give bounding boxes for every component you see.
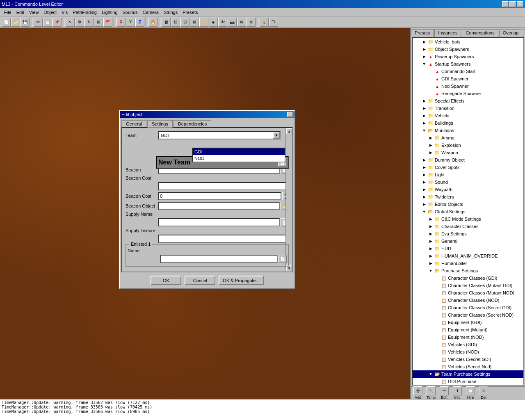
tree-node-general[interactable]: ▶ 📁 General (413, 237, 523, 245)
dialog-ok-button[interactable]: OK (151, 276, 181, 285)
tb-misc2[interactable]: ⊗ (247, 18, 256, 27)
tree-node-veh-nod[interactable]: 📋 Vehicles (NOD) (413, 348, 523, 356)
tree-node-nod-spawner[interactable]: ▲ Nod Spawner (413, 82, 523, 90)
tree-node-equip-mutant[interactable]: 📋 Equipment (Mutant) (413, 326, 523, 333)
tb-misc3[interactable]: Tt (269, 18, 278, 27)
menu-object[interactable]: Object (41, 9, 59, 15)
dialog-tab-dependencies[interactable]: Dependencies (173, 120, 211, 128)
expander-dummy[interactable]: ▶ (421, 157, 427, 163)
team-dropdown-arrow[interactable]: ▼ (273, 132, 280, 139)
tree-node-eva-settings[interactable]: ▶ 📁 Eva Settings (413, 230, 523, 237)
expander-general[interactable]: ▶ (427, 238, 434, 244)
supply-name-input[interactable] (158, 218, 280, 226)
expander-waypath[interactable]: ▶ (421, 186, 427, 193)
dropdown-option-nod[interactable]: NOD (193, 155, 285, 162)
close-button[interactable]: × (517, 1, 523, 7)
tb-x[interactable]: X (116, 18, 126, 27)
tab-instances[interactable]: Instances (434, 29, 461, 37)
tree-panel[interactable]: ▶ 📁 Vehicle_bots ▶ 📁 Object Spawners ▶ ▲… (412, 37, 524, 386)
supply-texture-input[interactable] (158, 235, 289, 243)
team-select-display[interactable]: GDI ▼ (158, 131, 281, 139)
tree-node-veh-secret-nod[interactable]: 📋 Vehicles (Secret Nod) (413, 363, 523, 370)
tree-node-purchase-settings[interactable]: ▼ 📂 Purchase Settings (413, 267, 523, 274)
tree-node-transition[interactable]: ▶ 📁 Transition (413, 105, 523, 112)
expander-ammo[interactable]: ▶ (427, 135, 434, 141)
tree-node-waypath[interactable]: ▶ 📁 Waypath (413, 186, 523, 193)
tree-node-cover-spots[interactable]: ▶ 📁 Cover Spots (413, 164, 523, 171)
tb-paste[interactable]: 📌 (52, 18, 62, 27)
expander-char-classes[interactable]: ▶ (427, 223, 434, 230)
hire-btn[interactable]: 📋 (466, 386, 475, 395)
tb-lock[interactable]: 🔒 (260, 18, 269, 27)
expander-weapon[interactable]: ▶ (427, 149, 434, 156)
name-input[interactable] (160, 255, 278, 263)
tree-node-hud[interactable]: ▶ 📁 HUD (413, 245, 523, 252)
expander-human-loiter[interactable]: ▶ (427, 260, 434, 267)
tree-node-gdi-spawner[interactable]: ▲ GDI Spawner (413, 75, 523, 82)
menu-vis[interactable]: Vis (59, 9, 70, 15)
tab-heightfield[interactable]: Heightfield (523, 29, 525, 37)
tree-node-object-spawners[interactable]: ▶ 📁 Object Spawners (413, 46, 523, 53)
minimize-button[interactable]: − (502, 1, 509, 7)
tab-conversations[interactable]: Conversations (462, 29, 498, 37)
temp-btn[interactable]: 🔧 (427, 386, 436, 395)
menu-edit[interactable]: Edit (14, 9, 27, 15)
tb-grid[interactable]: ▦ (162, 18, 171, 27)
expander-vehicle[interactable]: ▶ (421, 112, 427, 119)
tree-node-weapon[interactable]: ▶ 📁 Weapon (413, 149, 523, 156)
tree-node-gdi-purchase[interactable]: 📋 GDI Purchase (413, 378, 523, 385)
expander-human-anim[interactable]: ▶ (427, 253, 434, 259)
tree-node-ammo[interactable]: ▶ 📁 Ammo (413, 134, 523, 142)
tree-node-nod-purchase[interactable]: 📋 NOD Purchase (413, 385, 523, 386)
tab-presets[interactable]: Presets (411, 29, 434, 37)
tree-node-explosion[interactable]: ▶ 📁 Explosion (413, 142, 523, 149)
tree-node-char-classes[interactable]: ▶ 📁 Character Classes (413, 223, 523, 230)
expander-startup-spawners[interactable]: ▼ (421, 61, 427, 67)
tb-open[interactable]: 📂 (11, 18, 20, 27)
add-btn[interactable]: ➕ (413, 386, 422, 395)
tb-vis[interactable]: 👁 (218, 18, 227, 27)
menu-view[interactable]: View (27, 9, 41, 15)
dialog-tab-settings[interactable]: Settings (147, 120, 173, 128)
tree-node-buildings[interactable]: ▶ 📁 Buildings (413, 119, 523, 127)
tree-node-cc-secret-nod[interactable]: 📋 Character Classes (Secret NOD) (413, 311, 523, 319)
tb-move[interactable]: ✥ (75, 18, 84, 27)
log-panel[interactable]: TimeManager::Update: warning, frame 3356… (0, 399, 525, 420)
expander-hud[interactable]: ▶ (427, 245, 434, 252)
tb-cut[interactable]: ✂ (34, 18, 43, 27)
tree-node-vehicle[interactable]: ▶ 📁 Vehicle (413, 112, 523, 119)
viewport[interactable]: Edit object × General Settings Dependenc… (0, 28, 410, 399)
expander-buildings[interactable]: ▶ (421, 120, 427, 126)
tree-node-human-anim[interactable]: ▶ 📁 HUMAN_ANIM_OVERRIDE (413, 252, 523, 260)
expander-powerup-spawners[interactable]: ▶ (421, 53, 427, 60)
tab-overlap[interactable]: Overlap (499, 29, 523, 37)
tb-light[interactable]: ◈ (209, 18, 218, 27)
menu-pathfinding[interactable]: PathFinding (70, 9, 99, 15)
tree-node-human-loiter[interactable]: ▶ 📁 HumanLoiter (413, 260, 523, 267)
tb-misc1[interactable]: ⊕ (237, 18, 246, 27)
tb-tex[interactable]: ⚡ (199, 18, 208, 27)
beacon-object-input[interactable] (158, 202, 280, 210)
tree-node-twiddlers[interactable]: ▶ 📁 Twiddlers (413, 193, 523, 201)
tree-node-equip-gdi[interactable]: 📋 Equipment (GDI) (413, 319, 523, 326)
tree-node-cc-mutant-gdi[interactable]: 📋 Character Classes (Mutant GDI) (413, 282, 523, 289)
dropdown-option-gdi[interactable]: GDI (193, 148, 285, 155)
expander-eva[interactable]: ▶ (427, 231, 434, 237)
tb-solid[interactable]: ⊠ (190, 18, 199, 27)
menu-camera[interactable]: Camera (140, 9, 161, 15)
tree-node-veh-secret-gdi[interactable]: 📋 Vehicles (Secret GDI) (413, 356, 523, 363)
tb-cam[interactable]: 📷 (228, 18, 237, 27)
tb-scale[interactable]: ⊞ (94, 18, 103, 27)
tb-new[interactable]: 📄 (2, 18, 11, 27)
expander-editor-objects[interactable]: ▶ (421, 201, 427, 208)
info-btn[interactable]: ℹ (453, 386, 462, 395)
name-browse-btn[interactable]: 📄 (278, 255, 287, 263)
tree-node-dummy-object[interactable]: ▶ 📁 Dummy Object (413, 156, 523, 164)
expander-purchase[interactable]: ▼ (427, 267, 434, 274)
dialog-ok-propagate-button[interactable]: OK & Propagate... (219, 276, 263, 285)
tree-node-cc-gdi[interactable]: 📋 Character Classes (GDI) (413, 274, 523, 282)
expander-cover[interactable]: ▶ (421, 164, 427, 171)
tb-save[interactable]: 💾 (21, 18, 30, 27)
menu-strings[interactable]: Strings (161, 9, 180, 15)
tree-node-global-settings[interactable]: ▼ 📂 Global Settings (413, 208, 523, 215)
